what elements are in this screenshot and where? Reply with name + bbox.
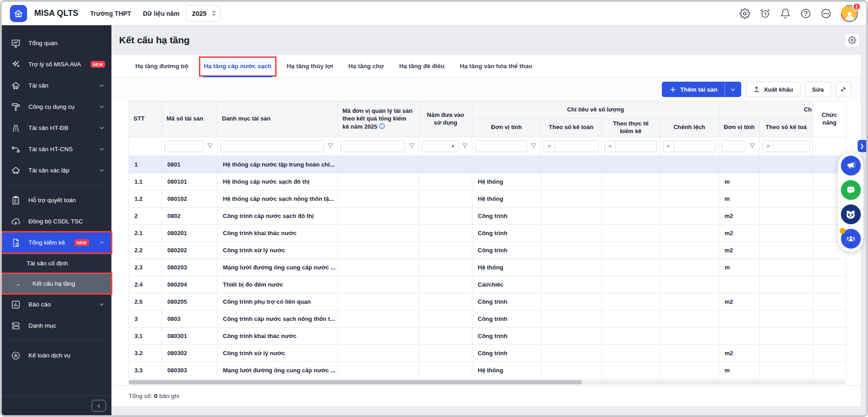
sidebar-item-overview[interactable]: Tổng quan	[2, 32, 111, 54]
sidebar-item-misa-ava[interactable]: Trợ lý số MISA AVANEW	[2, 54, 111, 75]
col-header-unit-2[interactable]: Đơn vị tính	[719, 119, 760, 137]
fab-community-button[interactable]	[841, 229, 861, 249]
horizontal-scrollbar[interactable]	[129, 380, 846, 385]
filter-funnel-icon[interactable]	[206, 142, 214, 150]
col-header-actual-qty[interactable]: Theo thực tế kiểm kê	[602, 119, 660, 137]
sidebar-item-ho-tro-quyet-toan[interactable]: Hỗ trợ quyết toán	[2, 190, 111, 211]
tab-dike[interactable]: Hạ tầng đê điều	[399, 55, 445, 77]
filter-unit-code-input[interactable]	[341, 140, 405, 152]
help-icon[interactable]	[800, 8, 811, 19]
sidebar-item-ket-cau-ha-tang[interactable]: →Kết cấu hạ tầng	[2, 273, 111, 294]
col-header-actions[interactable]: Chức năng	[813, 102, 846, 137]
filter-funnel-icon[interactable]	[748, 142, 757, 150]
chevron-down-icon[interactable]	[98, 146, 105, 153]
add-asset-button[interactable]: Thêm tài sản	[662, 82, 725, 97]
sidebar-item-bao-cao[interactable]: Báo cáo	[2, 294, 111, 315]
fab-chat-button[interactable]	[841, 180, 861, 200]
filter-unit-2-input[interactable]	[722, 140, 746, 152]
tab-culture-sports[interactable]: Hạ tầng văn hóa thể thao	[460, 55, 532, 77]
chevron-down-icon[interactable]	[98, 125, 105, 131]
table-row[interactable]: 10801Hệ thống cấp nước tập trung hoàn ch…	[129, 156, 846, 173]
col-header-book-qty[interactable]: Theo số kế toán	[541, 119, 602, 137]
sidebar-item-dong-bo-csdl-tsc[interactable]: Đồng bộ CSDL TSC	[2, 211, 111, 232]
filter-funnel-icon[interactable]	[530, 142, 538, 150]
sidebar-collapse-button[interactable]: ‹	[92, 400, 106, 412]
sidebar-item-tai-san-co-dinh[interactable]: Tài sản cố định	[2, 253, 111, 273]
sidebar-item-asset-xac-lap[interactable]: Tài sản xác lập	[2, 160, 111, 181]
notifications-bell-icon[interactable]	[780, 8, 791, 19]
page-settings-button[interactable]	[845, 33, 860, 47]
filter-actual-qty-input[interactable]	[616, 141, 656, 152]
equals-operator[interactable]: =	[663, 141, 674, 152]
col-header-unit-1[interactable]: Đơn vị tính	[472, 119, 541, 137]
equals-operator[interactable]: =	[605, 141, 616, 152]
user-avatar[interactable]: 1	[841, 5, 858, 22]
col-header-difference[interactable]: Chênh lệch	[660, 119, 719, 137]
table-row[interactable]: 20802Công trình cấp nước sạch đô thịCông…	[129, 207, 846, 224]
fab-panda-button[interactable]	[841, 204, 861, 224]
filter-funnel-icon[interactable]	[408, 142, 416, 150]
filter-book-qty-input[interactable]	[555, 141, 598, 152]
col-header-unit-code[interactable]: Mã đơn vị quản lý tài sản theo kết quả t…	[338, 102, 419, 137]
filter-asset-code-input[interactable]	[165, 140, 203, 152]
org-menu-item[interactable]: Trường THPT	[90, 10, 131, 17]
fab-megaphone-button[interactable]	[841, 156, 861, 176]
sidebar-item-asset-ht-cns[interactable]: Tài sản HT-CNS	[2, 139, 111, 160]
col-header-year-used[interactable]: Năm đưa vào sử dụng	[419, 102, 472, 137]
year-selector[interactable]: 2025	[186, 5, 221, 22]
equals-operator[interactable]: =	[544, 141, 555, 152]
edit-button[interactable]: Sửa	[805, 82, 831, 97]
info-icon[interactable]	[379, 123, 385, 130]
table-row[interactable]: 2.3080203Mạng lưới đường ống cung cấp nư…	[129, 259, 846, 276]
table-row[interactable]: 2.1080201Công trình khai thác nướcCông t…	[129, 224, 846, 241]
scrollbar-thumb[interactable]	[129, 380, 582, 385]
filter-asset-category-input[interactable]	[220, 140, 324, 152]
table-row[interactable]: 2.5080205Công trình phụ trợ có liên quan…	[129, 293, 846, 310]
year-stepper-icon[interactable]	[212, 10, 216, 16]
col-header-asset-category[interactable]: Danh mục tài sản	[217, 102, 338, 137]
col-header-asset-code[interactable]: Mã số tài sản	[162, 102, 217, 137]
table-row[interactable]: 1.2080102Hệ thống cấp nước sạch nông thô…	[129, 190, 846, 207]
chevron-down-icon[interactable]	[98, 301, 105, 308]
table-row[interactable]: 2.2080202Công trình xử lý nướcCông trình…	[129, 241, 846, 259]
expand-button[interactable]	[836, 82, 851, 97]
filter-funnel-icon[interactable]	[327, 142, 335, 150]
sidebar-item-danh-muc[interactable]: Danh mục	[2, 315, 111, 336]
app-logo-icon[interactable]	[10, 5, 27, 22]
col-header-book-value[interactable]: Theo số kế toá	[760, 119, 813, 137]
sidebar-item-tong-kiem-ke[interactable]: Tổng kiểm kêNEW	[2, 232, 111, 253]
settings-icon[interactable]	[739, 8, 750, 19]
filter-difference-input[interactable]	[674, 141, 716, 152]
more-options-icon[interactable]	[821, 8, 831, 19]
tab-market[interactable]: Hạ tầng chợ	[348, 55, 384, 77]
side-drawer-toggle[interactable]: ❯	[858, 140, 866, 152]
export-button[interactable]: Xuất khẩu	[746, 82, 800, 97]
table-row[interactable]: 30803Công trình cấp nước sạch nông thôn …	[129, 310, 846, 327]
filter-year-used-select[interactable]: ▼	[422, 140, 458, 152]
tab-road[interactable]: Hạ tầng đường bộ	[135, 55, 189, 77]
reminder-clock-icon[interactable]	[760, 8, 771, 19]
filter-funnel-icon[interactable]	[461, 142, 469, 150]
chevron-up-icon[interactable]	[98, 239, 105, 246]
tab-clean-water[interactable]: Hạ tầng cấp nước sạch	[204, 55, 272, 77]
filter-book-value-input[interactable]	[774, 141, 809, 152]
table-row[interactable]: 3.2080302Công trình xử lý nướcCông trình…	[129, 344, 846, 361]
table-row[interactable]: 2.4080204Thiết bị đo đếm nướcCái/chiếc	[129, 276, 846, 293]
sidebar-item-ke-toan-dich-vu[interactable]: Kế toán dịch vụ	[2, 345, 111, 366]
ke-toan-dich-vu-icon	[11, 351, 21, 361]
sidebar-item-assets[interactable]: Tài sản	[2, 75, 111, 96]
add-asset-dropdown-button[interactable]	[725, 82, 741, 97]
sidebar-item-tools[interactable]: Công cụ dụng cụ	[2, 96, 111, 117]
sidebar-item-asset-ht-db[interactable]: Tài sản HT-ĐB	[2, 117, 111, 139]
table-row[interactable]: 3.1080301Công trình khai thác nướcCông t…	[129, 327, 846, 344]
chevron-down-icon[interactable]	[98, 82, 105, 89]
table-row[interactable]: 3.3080303Mạng lưới đường ống cung cấp nư…	[129, 361, 846, 379]
panda-icon	[845, 208, 857, 221]
equals-operator[interactable]: =	[763, 141, 774, 152]
table-row[interactable]: 1.1080101Hệ thống cấp nước sạch đô thịHệ…	[129, 173, 846, 190]
tab-irrigation[interactable]: Hạ tầng thủy lợi	[287, 55, 333, 77]
chevron-down-icon[interactable]	[98, 167, 105, 174]
chevron-down-icon[interactable]	[98, 103, 105, 110]
col-header-stt[interactable]: STT	[129, 102, 162, 137]
filter-unit-1-input[interactable]	[475, 140, 527, 152]
